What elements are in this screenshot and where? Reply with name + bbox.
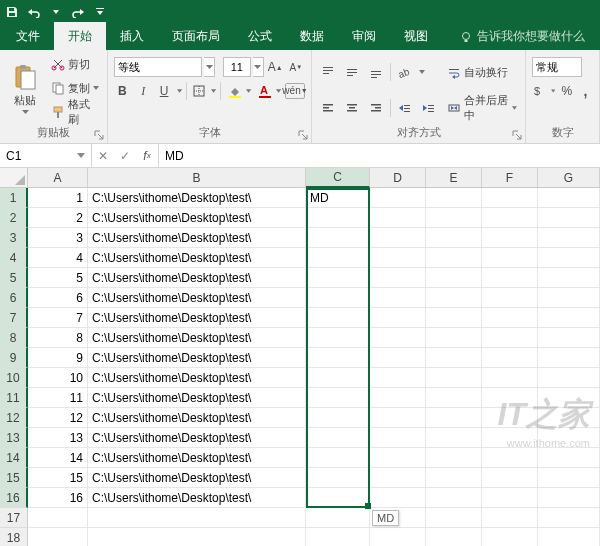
tab-file[interactable]: 文件 xyxy=(2,22,54,50)
chevron-down-icon[interactable] xyxy=(551,89,555,93)
cell[interactable] xyxy=(370,308,426,328)
cell[interactable]: 15 xyxy=(28,468,88,488)
cell[interactable] xyxy=(306,528,370,546)
row-header[interactable]: 9 xyxy=(0,348,28,368)
cell[interactable] xyxy=(306,208,370,228)
cell[interactable] xyxy=(306,348,370,368)
cell[interactable] xyxy=(370,368,426,388)
cell[interactable] xyxy=(538,308,600,328)
cell[interactable] xyxy=(426,328,482,348)
tab-layout[interactable]: 页面布局 xyxy=(158,22,234,50)
cell[interactable]: C:\Users\ithome\Desktop\test\ xyxy=(88,348,306,368)
qat-dropdown-icon[interactable] xyxy=(48,4,64,20)
cell[interactable] xyxy=(426,188,482,208)
cell[interactable] xyxy=(28,528,88,546)
grow-font-button[interactable]: A▲ xyxy=(266,57,284,77)
cell[interactable] xyxy=(370,428,426,448)
formula-cancel-button[interactable]: ✕ xyxy=(92,149,114,163)
row-header[interactable]: 13 xyxy=(0,428,28,448)
cut-button[interactable]: 剪切 xyxy=(49,54,101,74)
cell[interactable] xyxy=(306,228,370,248)
cell[interactable] xyxy=(482,328,538,348)
row-header[interactable]: 4 xyxy=(0,248,28,268)
alignment-dialog-launcher[interactable] xyxy=(511,129,523,141)
cell[interactable] xyxy=(370,348,426,368)
cell[interactable] xyxy=(482,228,538,248)
font-dialog-launcher[interactable] xyxy=(297,129,309,141)
cell[interactable]: 9 xyxy=(28,348,88,368)
select-all-triangle[interactable] xyxy=(0,168,28,188)
bold-button[interactable]: B xyxy=(114,81,131,101)
align-right-button[interactable] xyxy=(366,98,386,118)
cell[interactable] xyxy=(538,408,600,428)
tab-data[interactable]: 数据 xyxy=(286,22,338,50)
cell[interactable] xyxy=(370,408,426,428)
chevron-down-icon[interactable] xyxy=(276,89,281,93)
cell[interactable] xyxy=(370,188,426,208)
clipboard-dialog-launcher[interactable] xyxy=(93,129,105,141)
tab-home[interactable]: 开始 xyxy=(54,22,106,50)
cell[interactable]: C:\Users\ithome\Desktop\test\ xyxy=(88,488,306,508)
cell[interactable] xyxy=(370,288,426,308)
cell[interactable] xyxy=(370,328,426,348)
cell[interactable]: 11 xyxy=(28,388,88,408)
cell[interactable]: C:\Users\ithome\Desktop\test\ xyxy=(88,448,306,468)
cell[interactable] xyxy=(538,188,600,208)
row-header[interactable]: 18 xyxy=(0,528,28,546)
cell[interactable] xyxy=(482,508,538,528)
italic-button[interactable]: I xyxy=(135,81,152,101)
row-header[interactable]: 5 xyxy=(0,268,28,288)
row-header[interactable]: 11 xyxy=(0,388,28,408)
cell[interactable] xyxy=(306,408,370,428)
font-name-dropdown[interactable] xyxy=(204,57,215,77)
qat-customize-icon[interactable] xyxy=(92,4,108,20)
cell[interactable] xyxy=(482,368,538,388)
col-header-F[interactable]: F xyxy=(482,168,538,188)
save-icon[interactable] xyxy=(4,4,20,20)
cell[interactable]: 10 xyxy=(28,368,88,388)
fill-color-button[interactable] xyxy=(225,81,242,101)
cell[interactable] xyxy=(306,288,370,308)
cell[interactable] xyxy=(538,328,600,348)
cell[interactable] xyxy=(370,488,426,508)
col-header-G[interactable]: G xyxy=(538,168,600,188)
cell[interactable] xyxy=(482,468,538,488)
cell[interactable] xyxy=(426,448,482,468)
cell[interactable] xyxy=(482,528,538,546)
cell[interactable] xyxy=(538,428,600,448)
cell[interactable] xyxy=(426,208,482,228)
cell[interactable]: C:\Users\ithome\Desktop\test\ xyxy=(88,268,306,288)
row-header[interactable]: 2 xyxy=(0,208,28,228)
cell[interactable] xyxy=(482,428,538,448)
cell[interactable]: MD xyxy=(306,188,370,208)
cell[interactable] xyxy=(88,528,306,546)
cell[interactable]: C:\Users\ithome\Desktop\test\ xyxy=(88,428,306,448)
orientation-button[interactable]: ab xyxy=(395,62,415,82)
formula-enter-button[interactable]: ✓ xyxy=(114,149,136,163)
cell[interactable] xyxy=(306,268,370,288)
row-header[interactable]: 16 xyxy=(0,488,28,508)
cell[interactable] xyxy=(306,468,370,488)
underline-button[interactable]: U xyxy=(156,81,173,101)
cell[interactable] xyxy=(306,388,370,408)
align-middle-button[interactable] xyxy=(342,62,362,82)
col-header-E[interactable]: E xyxy=(426,168,482,188)
cell[interactable] xyxy=(538,208,600,228)
cell[interactable] xyxy=(538,228,600,248)
col-header-D[interactable]: D xyxy=(370,168,426,188)
col-header-C[interactable]: C xyxy=(306,168,370,188)
row-header[interactable]: 3 xyxy=(0,228,28,248)
font-size-input[interactable] xyxy=(223,57,251,77)
cell[interactable] xyxy=(426,308,482,328)
row-header[interactable]: 14 xyxy=(0,448,28,468)
cell[interactable]: 13 xyxy=(28,428,88,448)
chevron-down-icon[interactable] xyxy=(246,89,251,93)
cell[interactable]: C:\Users\ithome\Desktop\test\ xyxy=(88,408,306,428)
cell[interactable]: C:\Users\ithome\Desktop\test\ xyxy=(88,208,306,228)
cell[interactable]: 6 xyxy=(28,288,88,308)
cell[interactable] xyxy=(482,268,538,288)
col-header-B[interactable]: B xyxy=(88,168,306,188)
cell[interactable]: C:\Users\ithome\Desktop\test\ xyxy=(88,288,306,308)
shrink-font-button[interactable]: A▼ xyxy=(287,57,305,77)
cell[interactable] xyxy=(370,528,426,546)
